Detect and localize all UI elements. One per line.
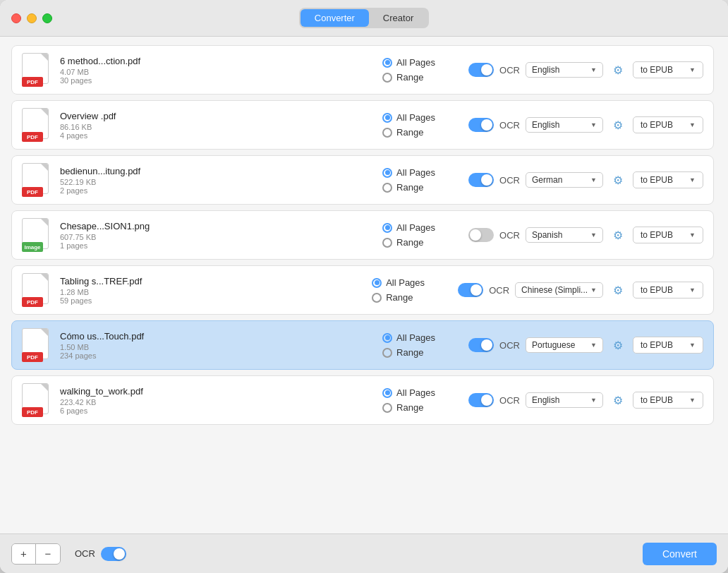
language-chevron-icon: ▼ xyxy=(590,66,597,73)
settings-icon[interactable]: ⚙ xyxy=(609,116,627,134)
file-size: 223.42 KB xyxy=(60,398,374,406)
all-pages-radio[interactable] xyxy=(382,223,392,233)
file-name: Tabling s...TREF.pdf xyxy=(60,276,363,286)
all-pages-radio[interactable] xyxy=(382,168,392,178)
language-select[interactable]: Chinese (Simpli... ▼ xyxy=(515,282,603,298)
output-format-select[interactable]: to EPUB ▼ xyxy=(633,116,703,133)
all-pages-radio[interactable] xyxy=(382,113,392,123)
settings-icon[interactable]: ⚙ xyxy=(609,281,627,299)
settings-icon[interactable]: ⚙ xyxy=(609,336,627,354)
close-button[interactable] xyxy=(11,13,21,23)
range-option[interactable]: Range xyxy=(382,182,460,193)
ocr-section: OCR Portuguese ▼ ⚙ to EPUB ▼ xyxy=(468,336,703,354)
file-type-badge: PDF xyxy=(22,352,43,362)
ocr-toggle[interactable] xyxy=(468,393,494,407)
range-radio[interactable] xyxy=(382,128,392,138)
output-chevron-icon: ▼ xyxy=(689,66,696,73)
table-row[interactable]: Image Chesape...SION1.png 607.75 KB 1 pa… xyxy=(11,210,714,260)
range-radio[interactable] xyxy=(382,403,392,413)
language-chevron-icon: ▼ xyxy=(590,397,597,404)
tab-group: Converter Creator xyxy=(299,8,429,28)
range-label: Range xyxy=(396,402,423,413)
all-pages-option[interactable]: All Pages xyxy=(382,167,460,178)
output-format-select[interactable]: to EPUB ▼ xyxy=(633,337,703,354)
all-pages-option[interactable]: All Pages xyxy=(382,112,460,123)
all-pages-option[interactable]: All Pages xyxy=(382,387,460,398)
range-option[interactable]: Range xyxy=(382,72,460,83)
file-info: Overview .pdf 86.16 KB 4 pages xyxy=(60,111,374,140)
output-chevron-icon: ▼ xyxy=(689,176,696,183)
language-value: English xyxy=(532,65,588,75)
ocr-toggle[interactable] xyxy=(468,338,494,352)
tab-creator[interactable]: Creator xyxy=(369,9,427,27)
range-option[interactable]: Range xyxy=(382,127,460,138)
all-pages-option[interactable]: All Pages xyxy=(382,222,460,233)
range-option[interactable]: Range xyxy=(382,347,460,358)
file-info: 6 method...ction.pdf 4.07 MB 30 pages xyxy=(60,56,374,85)
all-pages-option[interactable]: All Pages xyxy=(382,332,460,343)
language-select[interactable]: English ▼ xyxy=(526,117,603,133)
all-pages-option[interactable]: All Pages xyxy=(372,277,449,288)
language-select[interactable]: German ▼ xyxy=(526,172,603,188)
output-format-select[interactable]: to EPUB ▼ xyxy=(633,171,703,188)
all-pages-option[interactable]: All Pages xyxy=(382,57,460,68)
table-row[interactable]: PDF bedienun...itung.pdf 522.19 KB 2 pag… xyxy=(11,155,714,205)
range-option[interactable]: Range xyxy=(372,292,449,303)
range-radio[interactable] xyxy=(372,293,382,303)
convert-button[interactable]: Convert xyxy=(643,543,717,565)
table-row[interactable]: PDF Overview .pdf 86.16 KB 4 pages All P… xyxy=(11,100,714,150)
toolbar-ocr-toggle[interactable] xyxy=(101,547,126,561)
page-options: All Pages Range xyxy=(382,112,460,138)
language-chevron-icon: ▼ xyxy=(590,176,597,183)
language-select[interactable]: Spanish ▼ xyxy=(526,227,603,243)
table-row[interactable]: PDF 6 method...ction.pdf 4.07 MB 30 page… xyxy=(11,45,714,95)
settings-icon[interactable]: ⚙ xyxy=(609,391,627,409)
file-size: 1.50 MB xyxy=(60,343,374,351)
ocr-toggle[interactable] xyxy=(468,173,494,187)
toolbar-left: + − OCR xyxy=(11,543,126,565)
range-radio[interactable] xyxy=(382,238,392,248)
all-pages-label: All Pages xyxy=(396,222,435,233)
all-pages-radio[interactable] xyxy=(382,333,392,343)
ocr-toggle[interactable] xyxy=(468,63,494,77)
remove-file-button[interactable]: − xyxy=(36,544,60,564)
ocr-label: OCR xyxy=(499,340,520,351)
range-radio[interactable] xyxy=(382,73,392,83)
all-pages-radio[interactable] xyxy=(382,388,392,398)
settings-icon[interactable]: ⚙ xyxy=(609,226,627,244)
output-chevron-icon: ▼ xyxy=(689,342,696,349)
range-option[interactable]: Range xyxy=(382,237,460,248)
table-row[interactable]: PDF Tabling s...TREF.pdf 1.28 MB 59 page… xyxy=(11,265,714,315)
range-radio[interactable] xyxy=(382,348,392,358)
all-pages-radio[interactable] xyxy=(372,278,382,288)
add-file-button[interactable]: + xyxy=(12,544,36,564)
table-row[interactable]: PDF walking_to_work.pdf 223.42 KB 6 page… xyxy=(11,375,714,425)
file-pages: 4 pages xyxy=(60,131,374,140)
file-icon: PDF xyxy=(22,273,51,307)
language-select[interactable]: English ▼ xyxy=(526,62,603,78)
all-pages-label: All Pages xyxy=(396,332,435,343)
ocr-section: OCR English ▼ ⚙ to EPUB ▼ xyxy=(468,391,703,409)
output-format-select[interactable]: to EPUB ▼ xyxy=(633,392,703,409)
output-format-select[interactable]: to EPUB ▼ xyxy=(633,227,703,243)
ocr-toggle[interactable] xyxy=(458,283,483,297)
language-select[interactable]: Portuguese ▼ xyxy=(526,337,603,353)
traffic-lights xyxy=(11,13,52,23)
ocr-toggle[interactable] xyxy=(468,228,494,242)
range-option[interactable]: Range xyxy=(382,402,460,413)
tab-converter[interactable]: Converter xyxy=(301,9,369,27)
maximize-button[interactable] xyxy=(42,13,52,23)
settings-icon[interactable]: ⚙ xyxy=(609,61,627,79)
all-pages-radio[interactable] xyxy=(382,58,392,68)
ocr-toggle[interactable] xyxy=(468,118,494,132)
language-select[interactable]: English ▼ xyxy=(526,392,603,408)
settings-icon[interactable]: ⚙ xyxy=(609,171,627,189)
ocr-section: OCR Chinese (Simpli... ▼ ⚙ to EPUB ▼ xyxy=(458,281,703,299)
output-format-select[interactable]: to EPUB ▼ xyxy=(633,282,703,298)
file-info: Cómo us...Touch.pdf 1.50 MB 234 pages xyxy=(60,331,374,360)
table-row[interactable]: PDF Cómo us...Touch.pdf 1.50 MB 234 page… xyxy=(11,320,714,370)
output-format-select[interactable]: to EPUB ▼ xyxy=(633,61,703,78)
range-radio[interactable] xyxy=(382,183,392,193)
minimize-button[interactable] xyxy=(27,13,37,23)
ocr-label: OCR xyxy=(499,175,520,186)
